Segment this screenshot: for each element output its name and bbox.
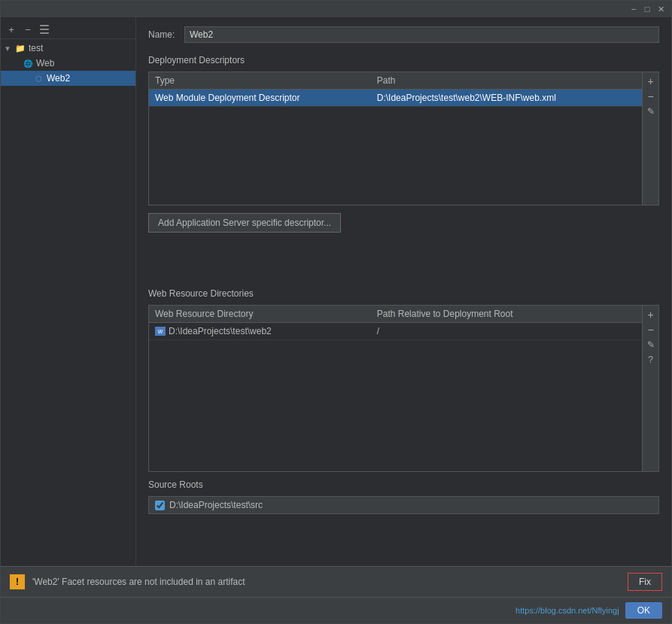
- web-dir-table-area: Web Resource Directory Path Relative to …: [149, 306, 642, 472]
- web-resource-directories-title: Web Resource Directories: [148, 288, 659, 299]
- title-bar: − □ ✕: [1, 1, 671, 17]
- deployment-remove-button[interactable]: −: [643, 89, 658, 104]
- col-header-webdir: Web Resource Directory: [149, 306, 371, 323]
- deployment-path-cell: D:\IdeaProjects\test\web2\WEB-INF\web.xm…: [371, 90, 642, 107]
- module-icon-web2: ⬡: [32, 72, 44, 84]
- sidebar-settings-button[interactable]: [37, 22, 52, 37]
- main-window: − □ ✕ + − ▼ 📁 test: [0, 0, 672, 624]
- deployment-type-cell: Web Module Deployment Descriptor: [149, 90, 371, 107]
- web-dir-icon: w: [155, 327, 166, 336]
- sidebar-item-label-web2: Web2: [47, 73, 70, 84]
- ok-button[interactable]: OK: [625, 602, 662, 619]
- web-dir-table-with-sidebar: Web Resource Directory Path Relative to …: [149, 306, 658, 472]
- sidebar-add-button[interactable]: +: [4, 22, 19, 37]
- web-dir-sidebar-actions: + − ✎ ?: [642, 306, 658, 472]
- table-row[interactable]: Web Module Deployment Descriptor D:\Idea…: [149, 90, 642, 107]
- rel-path-cell: /: [371, 322, 642, 339]
- deployment-table-with-sidebar: Type Path Web Module Deployment Descript…: [149, 72, 658, 205]
- svg-rect-0: [40, 25, 49, 26]
- col-header-path: Path: [371, 72, 642, 90]
- web-dir-cell: wD:\IdeaProjects\test\web2: [149, 322, 371, 339]
- source-roots-section: Source Roots D:\IdeaProjects\test\src: [148, 479, 659, 514]
- maximize-button[interactable]: □: [641, 3, 653, 15]
- web-dir-table-header: Web Resource Directory Path Relative to …: [149, 306, 642, 323]
- minimize-button[interactable]: −: [628, 3, 640, 15]
- web-icon: 🌐: [22, 57, 34, 69]
- add-descriptor-button[interactable]: Add Application Server specific descript…: [148, 213, 341, 233]
- close-button[interactable]: ✕: [655, 3, 667, 15]
- web-dir-remove-button[interactable]: −: [643, 322, 658, 337]
- main-layout: + − ▼ 📁 test 🌐 Web: [1, 17, 671, 566]
- sidebar-item-web[interactable]: 🌐 Web: [1, 56, 135, 71]
- name-input[interactable]: [184, 26, 659, 43]
- sidebar-item-label-web: Web: [36, 58, 54, 68]
- deployment-add-button[interactable]: +: [643, 74, 658, 89]
- deployment-edit-button[interactable]: ✎: [643, 104, 658, 119]
- sidebar-toolbar: + −: [1, 20, 135, 39]
- table-row[interactable]: wD:\IdeaProjects\test\web2 /: [149, 322, 642, 339]
- name-label: Name:: [148, 29, 178, 40]
- deployment-table-header: Type Path: [149, 72, 642, 90]
- source-root-row: D:\IdeaProjects\test\src: [148, 496, 659, 514]
- table-row-empty: [149, 339, 642, 471]
- folder-icon-test: 📁: [14, 42, 26, 54]
- sidebar-item-test[interactable]: ▼ 📁 test: [1, 41, 135, 56]
- web-dir-help-button[interactable]: ?: [643, 352, 658, 367]
- source-root-path: D:\IdeaProjects\test\src: [169, 500, 263, 510]
- web-dir-edit-button[interactable]: ✎: [643, 337, 658, 352]
- name-row: Name:: [148, 26, 659, 43]
- col-header-relpath: Path Relative to Deployment Root: [371, 306, 642, 323]
- col-header-type: Type: [149, 72, 371, 90]
- web-dir-add-button[interactable]: +: [643, 307, 658, 322]
- bottom-bar: https://blog.csdn.net/Nflyingj OK: [1, 597, 671, 623]
- sidebar: + − ▼ 📁 test 🌐 Web: [1, 17, 136, 566]
- table-row-empty: [149, 107, 642, 205]
- warning-bar: ! 'Web2' Facet resources are not include…: [1, 566, 671, 597]
- source-roots-title: Source Roots: [148, 479, 659, 490]
- web-resource-directories-table: Web Resource Directory Path Relative to …: [149, 306, 642, 472]
- fix-button[interactable]: Fix: [628, 573, 662, 591]
- expand-arrow-test: ▼: [4, 44, 14, 53]
- sidebar-item-web2[interactable]: ⬡ Web2: [1, 71, 135, 86]
- svg-rect-2: [40, 32, 49, 34]
- warning-icon: !: [10, 574, 25, 589]
- deployment-descriptors-container: Type Path Web Module Deployment Descript…: [148, 72, 659, 205]
- link-text[interactable]: https://blog.csdn.net/Nflyingj: [515, 606, 619, 615]
- deployment-descriptors-title: Deployment Descriptors: [148, 55, 659, 65]
- source-root-checkbox[interactable]: [155, 501, 165, 510]
- sidebar-item-label-test: test: [29, 43, 43, 53]
- deployment-sidebar-actions: + − ✎: [642, 72, 658, 205]
- svg-rect-1: [40, 29, 49, 30]
- web-resource-directories-container: Web Resource Directory Path Relative to …: [148, 305, 659, 473]
- sidebar-remove-button[interactable]: −: [20, 22, 35, 37]
- warning-text: 'Web2' Facet resources are not included …: [32, 577, 620, 587]
- deployment-descriptors-table: Type Path Web Module Deployment Descript…: [149, 72, 642, 205]
- content-panel: Name: Deployment Descriptors Type Path: [136, 17, 671, 566]
- deployment-table-area: Type Path Web Module Deployment Descript…: [149, 72, 642, 205]
